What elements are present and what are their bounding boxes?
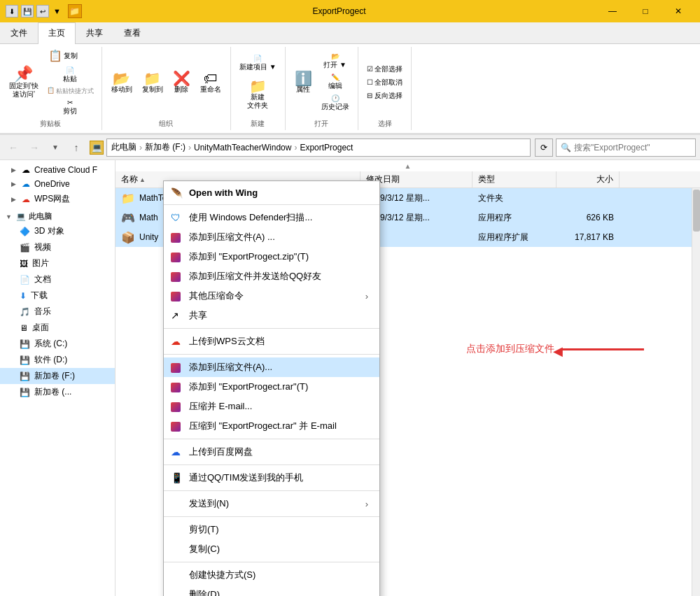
cm-share[interactable]: ↗ 共享 bbox=[164, 306, 379, 325]
new-item-icon: 📄 bbox=[253, 55, 262, 62]
music-label: 音乐 bbox=[34, 306, 51, 318]
ribbon-tab-share[interactable]: 共享 bbox=[76, 22, 113, 43]
sidebar-item-music[interactable]: 🎵 音乐 bbox=[0, 304, 115, 320]
cm-compress-email-label: 压缩并 E-mail... bbox=[189, 400, 252, 413]
cm-add-zip[interactable]: 添加到 "ExportProgect.zip"(T) bbox=[164, 247, 379, 267]
cm-compress-email[interactable]: 压缩并 E-mail... bbox=[164, 397, 379, 416]
path-this-pc: 此电脑 bbox=[111, 141, 136, 153]
scrollbar-thumb[interactable] bbox=[693, 190, 700, 232]
sidebar-item-creative-cloud[interactable]: ▶ ☁ Creative Cloud F bbox=[0, 163, 115, 177]
cut-icon: ✂ bbox=[67, 99, 73, 106]
file-size-mathteacher-data bbox=[556, 188, 620, 208]
cm-add-archive[interactable]: 添加到压缩文件(A) ... bbox=[164, 227, 379, 247]
desktop-icon: 🖥 bbox=[20, 323, 28, 333]
move-to-button[interactable]: 📂 移动到 bbox=[108, 69, 136, 96]
copy-button[interactable]: 📋 复制 bbox=[45, 47, 96, 64]
col-header-type[interactable]: 类型 bbox=[472, 171, 556, 187]
cm-sep1 bbox=[164, 204, 379, 205]
title-bar: ⬇ 💾 ↩ ▼ 📁 ExportProgect — □ ✕ bbox=[0, 0, 700, 22]
sidebar-item-docs[interactable]: 📄 文档 bbox=[0, 271, 115, 288]
forward-button[interactable]: → bbox=[25, 139, 43, 157]
new-item-button[interactable]: 📄 新建项目 ▼ bbox=[237, 53, 279, 73]
select-all-button[interactable]: ☑ 全部选择 bbox=[364, 63, 406, 76]
new-folder-button[interactable]: 📁 新建文件夹 bbox=[237, 77, 279, 112]
cm-delete-label: 删除(D) bbox=[189, 588, 220, 596]
up-button[interactable]: ↑ bbox=[67, 139, 85, 157]
invert-select-button[interactable]: ⊟ 反向选择 bbox=[364, 90, 406, 102]
history-button[interactable]: 🕐 历史记录 bbox=[318, 93, 352, 113]
cm-add-qq[interactable]: 添加到压缩文件并发送给QQ好友 bbox=[164, 267, 379, 286]
cm-add-zip-label: 添加到 "ExportProgect.zip"(T) bbox=[189, 250, 309, 263]
cm-open-wing[interactable]: 🪶 Open with Wing bbox=[164, 184, 379, 201]
sidebar-item-wps[interactable]: ▶ ☁ WPS网盘 bbox=[0, 191, 115, 207]
recent-locations-button[interactable]: ▼ bbox=[46, 139, 64, 157]
back-button[interactable]: ← bbox=[4, 139, 22, 157]
paste-button[interactable]: 📄 粘贴 bbox=[45, 65, 96, 85]
sidebar-item-drive-f[interactable]: 💾 新加卷 (F:) bbox=[0, 368, 115, 384]
cm-add-rar-label: 添加到 "ExportProgect.rar"(T) bbox=[189, 381, 308, 393]
cm-create-shortcut[interactable]: 创建快捷方式(S) bbox=[164, 565, 379, 585]
cm-upload-baidu-label: 上传到百度网盘 bbox=[189, 446, 253, 458]
annotation: 点击添加到压缩文件 ◀ bbox=[466, 343, 644, 355]
cm-other-compress[interactable]: 其他压缩命令 › bbox=[164, 286, 379, 306]
window-icon: 📁 bbox=[68, 4, 82, 18]
sidebar-item-drive-c[interactable]: 💾 系统 (C:) bbox=[0, 336, 115, 352]
ribbon-tab-file[interactable]: 文件 bbox=[0, 22, 38, 43]
sidebar-item-3d[interactable]: 🔷 3D 对象 bbox=[0, 223, 115, 239]
organize-label: 组织 bbox=[159, 119, 173, 130]
sidebar-item-downloads[interactable]: ⬇ 下载 bbox=[0, 288, 115, 304]
sidebar-item-drive-d[interactable]: 💾 软件 (D:) bbox=[0, 352, 115, 368]
address-path[interactable]: 此电脑 › 新加卷 (F:) › UnityMathTeacherWindow … bbox=[106, 139, 531, 157]
cut-button[interactable]: ✂ 剪切 bbox=[45, 97, 96, 118]
cm-upload-wps[interactable]: ☁ 上传到WPS云文档 bbox=[164, 332, 379, 351]
cm-send-to[interactable]: 发送到(N) › bbox=[164, 494, 379, 513]
cm-add-archive2[interactable]: 添加到压缩文件(A)... bbox=[164, 357, 379, 377]
winrar-icon4 bbox=[171, 290, 182, 301]
cm-upload-baidu[interactable]: ☁ 上传到百度网盘 bbox=[164, 442, 379, 462]
pictures-label: 图片 bbox=[32, 257, 49, 269]
edit-button[interactable]: ✏️ 编辑 bbox=[318, 72, 352, 92]
copy-icon: 📋 bbox=[48, 49, 62, 62]
save-btn[interactable]: 💾 bbox=[21, 5, 34, 17]
cm-send-phone[interactable]: 📱 通过QQ/TIM发送到我的手机 bbox=[164, 468, 379, 488]
open-button[interactable]: 📂 打开 ▼ bbox=[318, 51, 352, 71]
expand-icon: ▶ bbox=[11, 180, 16, 187]
title-bar-dropdown[interactable]: ▼ bbox=[53, 7, 61, 15]
cm-add-rar[interactable]: 添加到 "ExportProgect.rar"(T) bbox=[164, 377, 379, 397]
path-drive: 新加卷 (F:) bbox=[145, 141, 186, 153]
pin-quickaccess-button[interactable]: 📌 固定到'快速访问' bbox=[6, 64, 42, 101]
vertical-scrollbar[interactable] bbox=[692, 188, 700, 596]
ribbon-tab-home[interactable]: 主页 bbox=[38, 22, 76, 44]
col-header-size[interactable]: 大小 bbox=[556, 171, 620, 187]
maximize-button[interactable]: □ bbox=[629, 0, 662, 22]
filename-unity: Unity bbox=[139, 232, 158, 242]
ribbon-tab-view[interactable]: 查看 bbox=[113, 22, 151, 43]
sidebar-item-pictures[interactable]: 🖼 图片 bbox=[0, 255, 115, 271]
properties-button[interactable]: ℹ️ 属性 bbox=[291, 69, 316, 96]
close-button[interactable]: ✕ bbox=[662, 0, 694, 22]
sidebar-item-drive-extra[interactable]: 💾 新加卷 (... bbox=[0, 384, 115, 400]
quick-access-btn[interactable]: ⬇ bbox=[6, 5, 18, 17]
sidebar-section-thispc[interactable]: ▼ 💻 此电脑 bbox=[0, 207, 115, 223]
cm-compress-rar-email[interactable]: 压缩到 "ExportProgect.rar" 并 E-mail bbox=[164, 416, 379, 436]
refresh-button[interactable]: ⟳ bbox=[535, 139, 553, 157]
docs-icon: 📄 bbox=[20, 275, 30, 285]
cm-cut[interactable]: 剪切(T) bbox=[164, 520, 379, 539]
context-menu: 🪶 Open with Wing 🛡 使用 Windows Defender扫描… bbox=[163, 180, 380, 596]
cm-delete[interactable]: 删除(D) bbox=[164, 585, 379, 596]
sidebar-item-desktop[interactable]: 🖥 桌面 bbox=[0, 320, 115, 336]
search-input[interactable] bbox=[574, 143, 691, 152]
cm-copy[interactable]: 复制(C) bbox=[164, 539, 379, 559]
rename-button[interactable]: 🏷 重命名 bbox=[197, 69, 225, 96]
window-title: ExportProgect bbox=[86, 6, 592, 16]
select-none-button[interactable]: ☐ 全部取消 bbox=[364, 76, 406, 89]
sidebar-item-onedrive[interactable]: ▶ ☁ OneDrive bbox=[0, 177, 115, 191]
docs-label: 文档 bbox=[34, 274, 51, 285]
copy-to-button[interactable]: 📁 复制到 bbox=[139, 69, 167, 96]
delete-icon: ❌ bbox=[173, 71, 190, 85]
sidebar-item-video[interactable]: 🎬 视频 bbox=[0, 239, 115, 255]
delete-button[interactable]: ❌ 删除 bbox=[169, 69, 194, 96]
cm-defender[interactable]: 🛡 使用 Windows Defender扫描... bbox=[164, 208, 379, 227]
undo-btn[interactable]: ↩ bbox=[36, 5, 49, 17]
minimize-button[interactable]: — bbox=[596, 0, 629, 22]
